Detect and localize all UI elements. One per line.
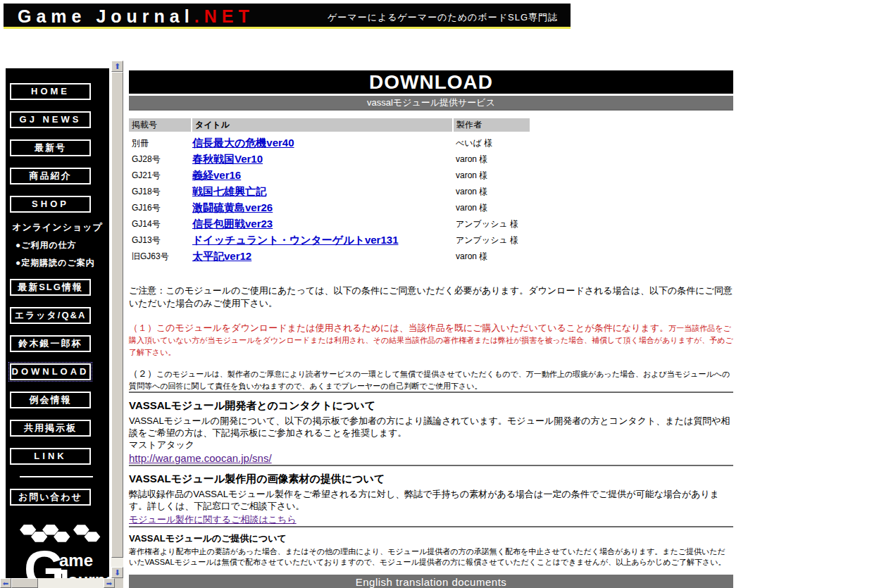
author-cell: アンブッシュ 様 [453, 234, 529, 246]
sidebar-item-shared-bbs[interactable]: 共用掲示板 [10, 420, 91, 437]
scrollbar-corner [115, 578, 123, 588]
sidebar-item-products[interactable]: 商品紹介 [10, 168, 91, 184]
table-header-row: 掲載号 タイトル 製作者 [129, 118, 733, 132]
term-2-rest: このモジュールは、製作者のご厚意により読者サービスの一環として無償で提供させてい… [129, 370, 730, 390]
sidebar-item-link[interactable]: LINK [10, 448, 91, 465]
sidebar-divider [20, 476, 93, 477]
author-cell: varon 様 [453, 154, 529, 165]
main-content: DOWNLOAD vassalモジュール提供サービス 掲載号 タイトル 製作者 … [129, 61, 733, 588]
bbs-site-name: マストアタック [129, 439, 733, 451]
page-subtitle-bar: vassalモジュール提供サービス [129, 96, 733, 109]
module-link[interactable]: 激闘硫黄島ver26 [192, 201, 273, 213]
sidebar-vertical-scrollbar[interactable]: ⬆ ⬇ [111, 61, 123, 578]
sidebar: HOME GJ NEWS 最新号 商品紹介 SHOP オンラインショップ ●ご利… [6, 68, 109, 588]
divider [129, 526, 733, 527]
module-table: 掲載号 タイトル 製作者 別冊 信長最大の危機ver40 べいば 様 GJ28号… [129, 118, 733, 265]
sidebar-item-meeting-info[interactable]: 例会情報 [10, 392, 91, 408]
hexagon-cluster-right-icon [73, 521, 102, 546]
issue-cell: GJ28号 [129, 154, 192, 165]
bbs-url-link[interactable]: http://war.game.coocan.jp/sns/ [129, 452, 272, 464]
sidebar-item-how-to-use[interactable]: ●ご利用の仕方 [15, 239, 109, 251]
sidebar-horizontal-scrollbar[interactable]: ⬅ ➡ [0, 578, 115, 588]
table-row: GJ18号 戦国七雄興亡記 varon 様 [129, 184, 733, 200]
english-translation-bar[interactable]: English translation documents [129, 575, 733, 588]
term-2: （２）このモジュールは、製作者のご厚意により読者サービスの一環として無償で提供さ… [129, 368, 733, 392]
site-logo[interactable]: Game Journal.NET [18, 6, 254, 27]
sidebar-item-download[interactable]: DOWNLOAD [10, 363, 91, 380]
site-tagline: ゲーマーによるゲーマーのためのボードSLG専門誌 [328, 11, 558, 24]
usage-notice: ご注意：このモジュールのご使用にあたっては、以下の条件にご同意いただく必要があり… [129, 284, 733, 310]
term-1: （１）このモジュールをダウンロードまたは使用されるためには、当該作品を既にご購入… [129, 322, 733, 358]
author-cell: varon 様 [453, 251, 529, 263]
table-row: GJ21号 義経ver16 varon 様 [129, 168, 733, 184]
term-2-lead: （２） [129, 368, 156, 379]
module-link[interactable]: 信長包囲戦ver23 [192, 218, 273, 230]
module-link[interactable]: 信長最大の危機ver40 [192, 137, 294, 149]
table-row: GJ14号 信長包囲戦ver23 アンブッシュ 様 [129, 216, 733, 232]
vertical-scroll-track[interactable] [111, 72, 123, 567]
author-cell: べいば 様 [453, 137, 529, 149]
sidebar-item-latest-slg-info[interactable]: 最新SLG情報 [10, 279, 91, 296]
vertical-scroll-thumb[interactable] [111, 72, 123, 558]
table-row: 旧GJ63号 太平記ver12 varon 様 [129, 249, 733, 265]
contact-section-body: VASSALモジュールの開発について、以下の掲示板で参加者の方により議論されてい… [129, 415, 733, 439]
author-cell: varon 様 [453, 202, 529, 214]
sidebar-frame: HOME GJ NEWS 最新号 商品紹介 SHOP オンラインショップ ●ご利… [0, 61, 123, 588]
issue-cell: GJ18号 [129, 186, 192, 198]
issue-cell: GJ14号 [129, 218, 192, 230]
provide-section-body: 著作権者より配布中止の要請があった場合、またはその他の理由により、モジュール提供… [129, 546, 733, 568]
online-shop-label: オンラインショップ [6, 221, 109, 234]
sidebar-item-home[interactable]: HOME [10, 83, 91, 100]
module-link[interactable]: ドイッチュラント・ウンターゲルトver131 [192, 234, 398, 246]
author-cell: varon 様 [453, 170, 529, 182]
table-row: GJ13号 ドイッチュラント・ウンターゲルトver131 アンブッシュ 様 [129, 232, 733, 249]
materials-section-body: 弊誌収録作品のVASSALモジュール製作をご希望される方に対し、弊誌で手持ちの素… [129, 488, 733, 512]
scroll-down-icon[interactable]: ⬇ [111, 567, 123, 578]
site-logo-net: .NET [194, 6, 254, 26]
term-1-lead: （１）このモジュールをダウンロードまたは使用されるためには、当該作品を既にご購入… [129, 323, 668, 333]
scroll-right-icon[interactable]: ➡ [104, 578, 115, 588]
sidebar-item-suzuki-cup[interactable]: 鈴木銀一郎杯 [10, 335, 91, 352]
page-title: DOWNLOAD [129, 70, 733, 94]
header-title: タイトル [192, 118, 452, 132]
divider [129, 109, 733, 111]
issue-cell: 別冊 [129, 137, 192, 149]
author-cell: アンブッシュ 様 [453, 218, 529, 230]
sidebar-item-latest-issue[interactable]: 最新号 [10, 139, 91, 156]
author-cell: varon 様 [453, 186, 529, 198]
divider [129, 392, 733, 393]
module-link[interactable]: 春秋戦国Ver10 [192, 153, 263, 165]
site-logo-main: Game Journal [18, 6, 194, 26]
sidebar-item-errata-qa[interactable]: エラッタ/Q&A [10, 307, 91, 324]
sidebar-item-contact[interactable]: お問い合わせ [10, 489, 91, 506]
table-row: GJ16号 激闘硫黄島ver26 varon 様 [129, 200, 733, 216]
issue-cell: GJ13号 [129, 234, 192, 246]
scroll-left-icon[interactable]: ⬅ [0, 578, 11, 588]
sidebar-item-subscription[interactable]: ●定期購読のご案内 [15, 257, 109, 269]
banner-frame: Game Journal.NET ゲーマーによるゲーマーのためのボードSLG専門… [0, 0, 891, 61]
contact-section-heading: VASSALモジュール開発者とのコンタクトについて [129, 399, 733, 413]
issue-cell: GJ16号 [129, 202, 192, 214]
header-issue: 掲載号 [129, 118, 191, 132]
module-link[interactable]: 義経ver16 [192, 169, 241, 181]
table-row: GJ28号 春秋戦国Ver10 varon 様 [129, 151, 733, 168]
table-row: 別冊 信長最大の危機ver40 べいば 様 [129, 135, 733, 151]
sidebar-item-gj-news[interactable]: GJ NEWS [10, 111, 91, 128]
sidebar-item-shop[interactable]: SHOP [10, 196, 91, 213]
provide-section-heading: VASSALモジュールのご提供について [129, 532, 733, 545]
materials-section-heading: VASSALモジュール製作用の画像素材の提供について [129, 473, 733, 486]
module-link[interactable]: 戦国七雄興亡記 [192, 185, 266, 197]
module-consult-link[interactable]: モジュール製作に関するご相談はこちら [129, 513, 297, 526]
horizontal-scroll-thumb[interactable] [11, 578, 38, 588]
site-banner: Game Journal.NET ゲーマーによるゲーマーのためのボードSLG専門… [4, 4, 571, 29]
header-author: 製作者 [454, 118, 530, 132]
issue-cell: 旧GJ63号 [129, 251, 192, 263]
scroll-up-icon[interactable]: ⬆ [111, 61, 123, 72]
module-link[interactable]: 太平記ver12 [192, 250, 251, 262]
issue-cell: GJ21号 [129, 170, 192, 182]
divider [129, 465, 733, 466]
